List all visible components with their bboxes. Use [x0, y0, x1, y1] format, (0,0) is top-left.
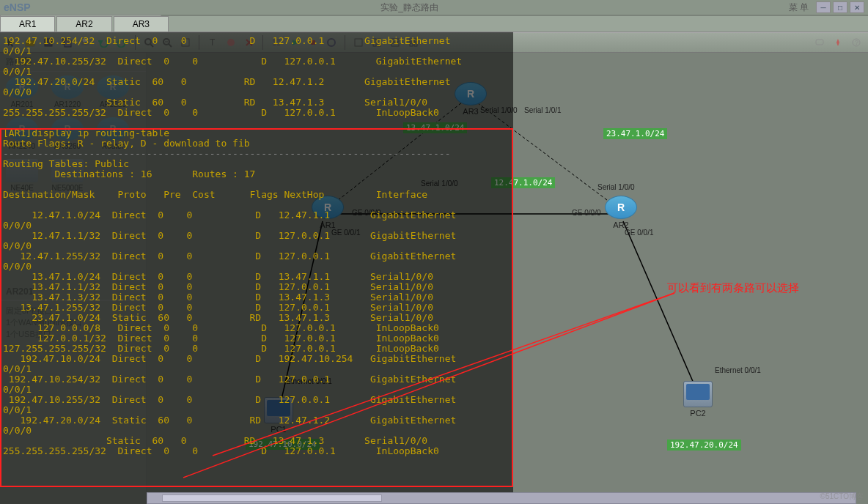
net-label: 192.47.20.0/24 [667, 440, 741, 451]
tab-ar1[interactable]: AR1 [0, 16, 55, 32]
annotation-text: 可以看到有两条路可以选择 [667, 281, 799, 295]
device-pc2[interactable]: PC2 [683, 381, 713, 418]
terminal-line: 0/0/0 [3, 86, 32, 97]
svg-text:?: ? [855, 39, 858, 46]
terminal-sep: ----------------------------------------… [3, 148, 450, 159]
scrollbar-thumb[interactable] [162, 494, 382, 502]
terminal-line: Static 60 0 RD 13.47.1.3 Serial1/0/0 [3, 435, 427, 446]
terminal-line: 192.47.10.0/24 Direct 0 0 D 192.47.10.25… [3, 353, 456, 364]
terminal-line: 13.47.1.0/24 Direct 0 0 D 13.47.1.1 Seri… [3, 271, 433, 282]
terminal-line: 192.47.20.0/24 Static 60 0 RD 12.47.1.2 … [3, 76, 450, 87]
terminal-line: 127.0.0.0/8 Direct 0 0 D 127.0.0.1 InLoo… [3, 322, 439, 333]
terminal-line: 192.47.10.254/32 Direct 0 0 D 127.0.0.1 … [3, 374, 456, 385]
terminal-line: 0/0/1 [3, 363, 32, 374]
terminal-line: 127.255.255.255/32 Direct 0 0 D 127.0.0.… [3, 343, 439, 354]
window-title: 实验_静态路由 [31, 1, 789, 14]
terminal-line: 13.47.1.1/32 Direct 0 0 D 127.0.0.1 Seri… [3, 281, 433, 292]
port-label: Serial 1/0/0 [597, 183, 635, 191]
port-label: Serial 1/0/1 [524, 106, 562, 114]
device-ar2[interactable]: AR2 [605, 196, 637, 229]
window-controls: ─ □ ✕ [816, 1, 864, 13]
terminal-line: Static 60 0 RD 13.47.1.3 Serial1/0/0 [3, 97, 427, 108]
watermark: ©51CTO博客 [820, 492, 864, 502]
terminal-line: 0/0/1 [3, 45, 32, 56]
title-bar: eNSP 实验_静态路由 菜 单 ─ □ ✕ [0, 0, 868, 15]
tool-huawei-icon[interactable] [830, 34, 846, 51]
net-label: 23.47.1.0/24 [603, 128, 667, 139]
terminal-line: 12.47.1.255/32 Direct 0 0 D 127.0.0.1 Gi… [3, 251, 456, 262]
terminal-line: 0/0/1 [3, 66, 32, 77]
app-logo: eNSP [4, 1, 31, 13]
port-label: GE 0/0/0 [572, 209, 600, 217]
tab-ar3[interactable]: AR3 [114, 16, 169, 32]
svg-line-38 [623, 221, 696, 390]
terminal-line: 0/0/0 [3, 240, 32, 251]
terminal-cmd: [AR1]display ip routing-table [3, 127, 169, 138]
tool-chat-icon[interactable] [812, 34, 828, 51]
terminal-line: 0/0/1 [3, 404, 32, 415]
router-tabs: AR1 AR2 AR3 [0, 16, 868, 32]
terminal-line: 0/0/0 [3, 220, 32, 231]
terminal-line: 255.255.255.255/32 Direct 0 0 D 127.0.0.… [3, 445, 439, 456]
terminal-line: Route Flags: R - relay, D - download to … [3, 138, 250, 149]
tool-help-icon[interactable]: ? [848, 34, 864, 51]
terminal-line: 12.47.1.0/24 Direct 0 0 D 12.47.1.1 Giga… [3, 210, 456, 220]
svg-rect-31 [816, 40, 823, 45]
cli-terminal[interactable]: 192.47.10.254/32 Direct 0 0 D 127.0.0.1 … [0, 32, 513, 504]
terminal-line: 127.0.0.1/32 Direct 0 0 D 127.0.0.1 InLo… [3, 333, 439, 344]
terminal-line: 192.47.20.0/24 Static 60 0 RD 12.47.1.2 … [3, 415, 456, 426]
terminal-line: 192.47.10.255/32 Direct 0 0 D 127.0.0.1 … [3, 394, 456, 405]
menu-label[interactable]: 菜 单 [789, 1, 809, 14]
horizontal-scrollbar[interactable] [147, 492, 856, 504]
terminal-line: 0/0/1 [3, 384, 32, 395]
terminal-line: 13.47.1.255/32 Direct 0 0 D 127.0.0.1 Se… [3, 302, 433, 313]
terminal-line: Destinations : 16 Routes : 17 [3, 168, 255, 179]
terminal-line: 0/0/0 [3, 261, 32, 272]
terminal-line: Routing Tables: Public [3, 158, 129, 169]
maximize-button[interactable]: □ [833, 1, 847, 13]
terminal-line: 12.47.1.1/32 Direct 0 0 D 127.0.0.1 Giga… [3, 230, 456, 241]
terminal-line: 192.47.10.254/32 Direct 0 0 D 127.0.0.1 … [3, 35, 450, 46]
terminal-line: 23.47.1.0/24 Static 60 0 RD 13.47.1.3 Se… [3, 312, 433, 323]
minimize-button[interactable]: ─ [816, 1, 831, 13]
close-button[interactable]: ✕ [850, 1, 864, 13]
port-label: Ethernet 0/0/1 [715, 366, 761, 374]
terminal-line: 0/0/0 [3, 425, 32, 436]
terminal-cols: Destination/Mask Proto Pre Cost Flags Ne… [3, 189, 427, 200]
tab-ar2[interactable]: AR2 [56, 16, 111, 32]
terminal-line: 13.47.1.3/32 Direct 0 0 D 13.47.1.3 Seri… [3, 292, 433, 303]
port-label: GE 0/0/1 [625, 229, 653, 237]
terminal-line: 255.255.255.255/32 Direct 0 0 D 127.0.0.… [3, 107, 439, 118]
terminal-line: 192.47.10.255/32 Direct 0 0 D 127.0.0.1 … [3, 56, 462, 67]
